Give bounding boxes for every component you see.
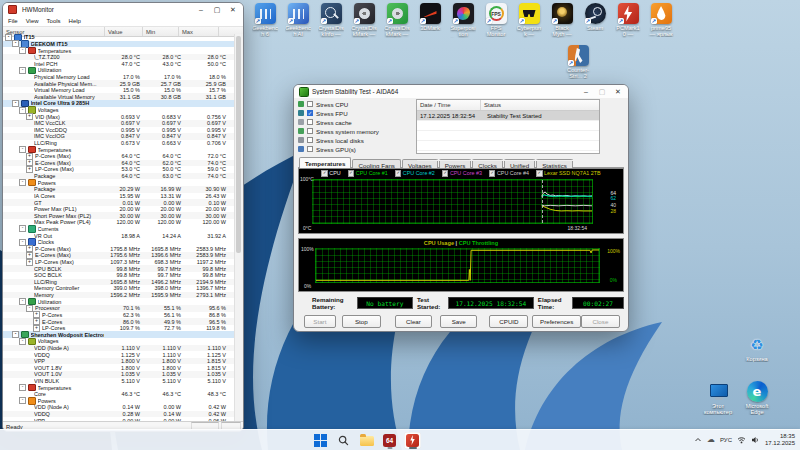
sensor-row[interactable]: Core46.3 °C46.3 °C48.3 °C <box>3 391 235 398</box>
taskbar[interactable]: 64 ☁ РУС 18:35 <box>0 429 800 450</box>
sensor-row[interactable]: +P-Cores (Max)64.0 °C64.0 °C72.0 °C <box>3 153 235 160</box>
minimize-icon[interactable]: – <box>578 85 594 98</box>
legend-checkbox-icon[interactable]: ✓ <box>442 170 449 177</box>
sensor-row[interactable]: Package20.29 W16.99 W30.90 W <box>3 186 235 193</box>
checkbox-icon[interactable] <box>307 146 313 152</box>
checkbox-icon[interactable] <box>307 119 313 125</box>
minimize-icon[interactable]: – <box>193 3 209 16</box>
sensor-row[interactable]: Power Max (PL1)20.00 W20.00 W20.00 W <box>3 206 235 213</box>
sensor-row[interactable]: -Intel Core Ultra 9 285H <box>3 100 235 107</box>
sensor-row[interactable]: -Powers <box>3 398 235 405</box>
hwmonitor-window[interactable]: HWMonitor – ▢ ✕ FileViewToolsHelp Sensor… <box>2 2 244 432</box>
sensor-row[interactable]: +E-Cores (Max)1795.6 MHz1396.6 MHz2583.9… <box>3 252 235 259</box>
tree-expand-icon[interactable]: - <box>5 34 12 41</box>
desktop-icon-this-pc[interactable]: Этот компьютер <box>701 381 735 415</box>
tree-expand-icon[interactable]: - <box>19 47 26 54</box>
menu-item-tools[interactable]: Tools <box>47 18 61 24</box>
checkbox-icon[interactable] <box>307 128 313 134</box>
taskbar-clock[interactable]: 18:35 17.12.2025 <box>765 433 795 447</box>
wifi-icon[interactable] <box>737 436 746 444</box>
desktop-icon-cs2[interactable]: ↗Counter-Stri... 2 <box>565 45 591 79</box>
cpuid-button[interactable]: CPUID <box>489 315 528 328</box>
sensor-row[interactable]: +P-Cores (Max)1795.8 MHz1695.8 MHz2583.9… <box>3 246 235 253</box>
sensor-row[interactable]: -Powers <box>3 179 235 186</box>
sensor-row[interactable]: LLC/Ring1695.8 MHz1496.2 MHz2194.9 MHz <box>3 279 235 286</box>
tree-expand-icon[interactable]: + <box>26 166 33 173</box>
sensor-row[interactable]: -Shenzhen Wodposit Electronics ... <box>3 331 235 338</box>
sensor-row[interactable]: VIN BULK5.110 V5.110 V5.110 V <box>3 378 235 385</box>
sensor-row[interactable]: IMC VccIOG0.847 V0.847 V0.847 V <box>3 133 235 140</box>
sensor-row[interactable]: +E-Cores (Max)64.0 °C62.0 °C74.0 °C <box>3 160 235 167</box>
legend-checkbox-icon[interactable]: ✓ <box>321 170 328 177</box>
sensor-row[interactable]: +LP-Cores (Max)1097.3 MHz698.3 MHz1197.2… <box>3 259 235 266</box>
desktop-icon-recycle-bin[interactable]: Корзина <box>740 334 774 362</box>
legend-checkbox-icon[interactable]: ✓ <box>536 170 543 177</box>
sensor-row[interactable]: -Clocks <box>3 239 235 246</box>
checkbox-checked-icon[interactable]: ✓ <box>307 110 313 116</box>
tree-expand-icon[interactable]: - <box>19 338 26 345</box>
sensor-row[interactable]: -Utilization <box>3 298 235 305</box>
sensor-row[interactable]: VDDQ0.28 W0.14 W0.42 W <box>3 411 235 418</box>
tray-chevron-icon[interactable] <box>694 436 702 444</box>
tree-expand-icon[interactable]: - <box>26 305 33 312</box>
sensor-row[interactable]: IMC VccCLK0.697 V0.697 V0.697 V <box>3 120 235 127</box>
sensor-row[interactable]: -Utilization <box>3 67 235 74</box>
desktop-icon-wukong[interactable]: ↗Black Myth — ярлык <box>549 3 575 38</box>
start-button[interactable] <box>312 432 329 449</box>
sensor-row[interactable]: GT0.01 W0.00 W0.10 W <box>3 199 235 206</box>
hwmonitor-taskbar-button[interactable] <box>404 432 421 449</box>
sensor-row[interactable]: Available Virtual Memory31.1 GB30.8 GB31… <box>3 93 235 100</box>
sensor-row[interactable]: -Currents <box>3 226 235 233</box>
sensor-row[interactable]: Virtual Memory Load15.0 %15.0 %15.7 % <box>3 87 235 94</box>
legend-item[interactable]: ✓CPU Core #2 <box>395 170 435 177</box>
tree-expand-icon[interactable]: - <box>19 397 26 404</box>
desktop-icon-superposition[interactable]: ↗Superposition Benchmark <box>450 3 476 38</box>
sensor-row[interactable]: -Temperatures <box>3 384 235 391</box>
tab-cooling-fans[interactable]: Cooling Fans <box>352 159 400 168</box>
stop-button[interactable]: Stop <box>342 315 381 328</box>
sensor-row[interactable]: -GEEKOM IT15 <box>3 41 235 48</box>
legend-checkbox-icon[interactable]: ✓ <box>395 170 402 177</box>
save-button[interactable]: Save <box>440 315 477 328</box>
language-indicator[interactable]: РУС <box>720 437 732 443</box>
sensor-row[interactable]: Available Physical Mem...25.9 GB25.7 GB2… <box>3 80 235 87</box>
desktop-icon-3dmark[interactable]: ↗3DMark <box>417 3 443 38</box>
tree-expand-icon[interactable]: - <box>19 146 26 153</box>
log-column-status[interactable]: Status <box>481 100 599 110</box>
legend-checkbox-icon[interactable]: ✓ <box>348 170 355 177</box>
stress-option[interactable]: Stress cache <box>298 118 412 126</box>
sensor-row[interactable]: Physical Memory Load17.0 %17.0 %18.0 % <box>3 74 235 81</box>
sensor-row[interactable]: Max Peak Power (PL4)120.00 W120.00 W120.… <box>3 219 235 226</box>
menu-item-help[interactable]: Help <box>69 18 81 24</box>
stress-option[interactable]: Stress local disks <box>298 136 412 144</box>
sensor-row[interactable]: -IT15 <box>3 34 235 41</box>
desktop-icon-prime95[interactable]: ↗prime95 — ярлык <box>648 3 674 38</box>
close-icon[interactable]: ✕ <box>610 85 626 98</box>
desktop-icon-crystaldiskmark[interactable]: ↗CrystalDiskMark — ярлык <box>384 3 410 38</box>
sensor-row[interactable]: +LP-Cores (Max)53.0 °C50.0 °C59.0 °C <box>3 166 235 173</box>
tree-expand-icon[interactable]: - <box>19 298 26 305</box>
desktop-icon-crystaldiskinfo[interactable]: ↗CrystalDiskInfo — ярлык <box>318 3 344 38</box>
sensor-row[interactable]: VR Out18.98 A14.24 A31.92 A <box>3 232 235 239</box>
sensor-row[interactable]: -Voltages <box>3 107 235 114</box>
sensor-row[interactable]: Intel PCH47.0 °C43.0 °C50.0 °C <box>3 60 235 67</box>
tree-expand-icon[interactable]: + <box>26 259 33 266</box>
hwmonitor-titlebar[interactable]: HWMonitor – ▢ ✕ <box>3 3 243 16</box>
onedrive-icon[interactable]: ☁ <box>707 435 715 445</box>
maximize-icon[interactable]: ▢ <box>209 3 225 16</box>
menu-item-view[interactable]: View <box>26 18 39 24</box>
sensor-row[interactable]: Memory1596.2 MHz1595.9 MHz2793.1 MHz <box>3 292 235 299</box>
sensor-row[interactable]: VOUT 1.0V1.035 V1.035 V1.035 V <box>3 371 235 378</box>
desktop-icon-steam[interactable]: ↗Steam <box>582 3 608 38</box>
checkbox-icon[interactable] <box>307 137 313 143</box>
aida64-taskbar-button[interactable]: 64 <box>381 432 398 449</box>
sensor-row[interactable]: -Temperatures <box>3 146 235 153</box>
sensor-row[interactable]: LLC/Ring0.673 V0.663 V0.706 V <box>3 140 235 147</box>
log-row-selected[interactable]: 17.12.2025 18:32:54Stability Test Starte… <box>417 111 599 121</box>
sensor-row[interactable]: \_TZ.TZ0028.0 °C28.0 °C28.0 °C <box>3 54 235 61</box>
tree-expand-icon[interactable]: - <box>19 179 26 186</box>
log-column-datetime[interactable]: Date / Time <box>417 100 481 110</box>
sensor-row[interactable]: VDDQ1.125 V1.110 V1.125 V <box>3 351 235 358</box>
desktop-icon-pcmark[interactable]: ↗PCMark10 — ярлык <box>615 3 641 38</box>
tree-expand-icon[interactable]: + <box>26 113 33 120</box>
